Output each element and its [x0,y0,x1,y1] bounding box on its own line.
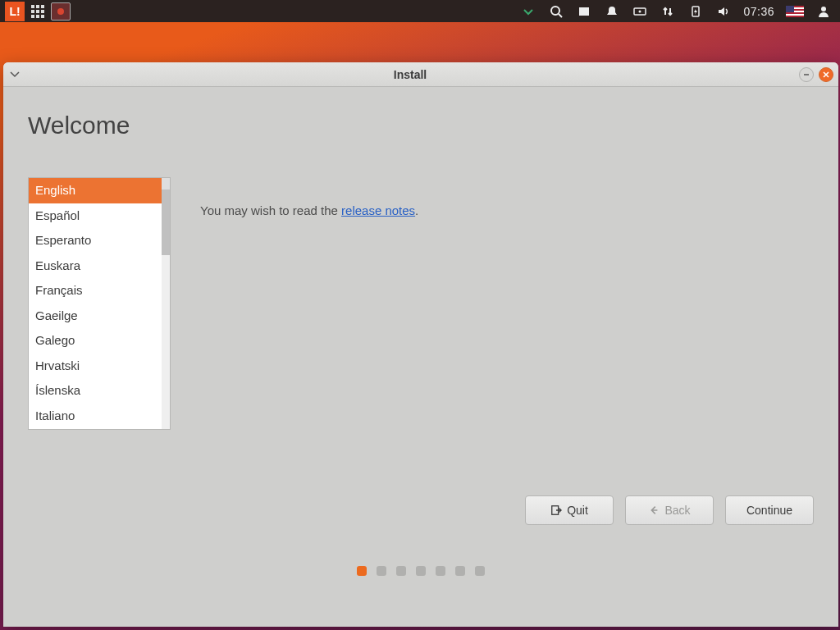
svg-rect-2 [579,7,589,16]
network-icon[interactable] [660,3,676,20]
progress-dot [455,566,465,576]
progress-dot [416,566,426,576]
exit-icon [550,504,562,516]
language-option[interactable]: Français [29,278,170,304]
continue-button-label: Continue [746,504,792,517]
svg-line-1 [559,14,562,17]
back-button-label: Back [664,504,690,517]
progress-dots [28,566,814,619]
language-option[interactable]: Esperanto [29,228,170,253]
user-session-icon[interactable] [815,3,832,20]
release-notes-suffix: . [415,203,418,217]
release-notes-text: You may wish to read the release notes. [200,203,418,217]
release-notes-prefix: You may wish to read the [200,203,341,217]
workspace-icon[interactable] [576,3,592,20]
arrow-left-icon [648,504,660,516]
battery-icon[interactable] [687,3,704,20]
chevron-down-icon[interactable] [520,3,536,20]
input-language-flag-icon[interactable] [786,6,804,17]
desktop-top-panel: L! 07:36 [0,0,840,22]
continue-button[interactable]: Continue [725,495,814,525]
progress-dot [396,566,406,576]
progress-dot [377,566,386,576]
distro-logo-icon[interactable]: L! [5,2,25,21]
progress-dot [436,566,445,576]
language-option[interactable]: Español [29,203,170,229]
close-button[interactable] [819,67,833,82]
notifications-icon[interactable] [604,3,620,20]
quit-button-label: Quit [567,504,588,517]
language-option[interactable]: Euskara [29,253,170,279]
language-option[interactable]: Íslenska [29,378,170,404]
release-notes-link[interactable]: release notes [341,203,415,217]
clock[interactable]: 07:36 [743,5,774,18]
page-heading: Welcome [28,112,814,139]
svg-point-6 [821,7,826,11]
search-icon[interactable] [548,3,564,20]
back-button[interactable]: Back [625,495,714,525]
window-title: Install [21,68,799,81]
svg-point-4 [639,10,641,12]
progress-dot [475,566,485,576]
installer-window: Install Welcome EnglishEspañolEsperantoE… [3,62,838,627]
taskbar-installer-icon[interactable] [51,2,71,21]
progress-dot [357,566,367,576]
language-option[interactable]: English [29,178,170,203]
window-titlebar[interactable]: Install [3,62,838,87]
language-option[interactable]: Hrvatski [29,354,170,379]
language-option[interactable]: Gaeilge [29,304,170,329]
keyboard-indicator-icon[interactable] [632,3,648,20]
wizard-button-row: Quit Back Continue [525,495,814,525]
volume-icon[interactable] [715,3,732,20]
language-option[interactable]: Kurdî [29,428,170,430]
language-list[interactable]: EnglishEspañolEsperantoEuskaraFrançaisGa… [28,177,171,430]
svg-point-0 [551,7,559,15]
language-option[interactable]: Italiano [29,404,170,429]
applications-menu-icon[interactable] [30,3,46,20]
window-menu-icon[interactable] [8,69,21,80]
minimize-button[interactable] [799,67,814,82]
language-option[interactable]: Galego [29,328,170,354]
quit-button[interactable]: Quit [525,495,614,525]
